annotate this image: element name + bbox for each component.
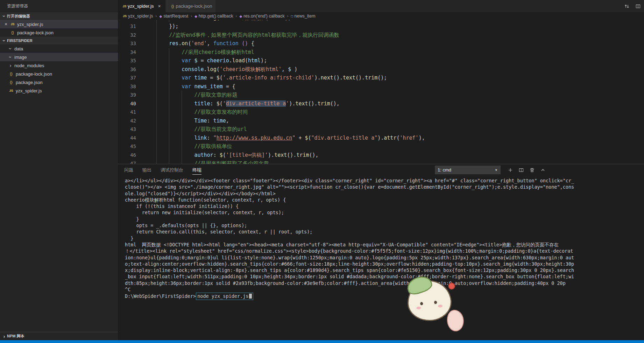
breadcrumb-item[interactable]: ◆startRequest	[160, 14, 189, 19]
sync-arrows-icon[interactable]	[624, 3, 630, 9]
chevron-down-icon: ›	[8, 46, 13, 51]
code-editor[interactable]: 30console.log('html 网页数据', html);31});32…	[118, 20, 644, 164]
line-number: 40	[118, 99, 144, 108]
split-editor-icon[interactable]	[635, 3, 641, 9]
code-line-34: 34//采用cheerio模块解析html	[118, 48, 644, 57]
line-number: 36	[118, 65, 144, 74]
tree-item-node_modules[interactable]: ›node_modules	[0, 61, 118, 70]
indent-guide	[182, 108, 194, 117]
maximize-panel-chevron-icon[interactable]	[540, 167, 546, 173]
terminal-output[interactable]: a></li></ul></div></div></div><footer cl…	[118, 176, 644, 300]
indent-guide	[169, 91, 182, 99]
tree-item-package-lock.json[interactable]: {}package-lock.json	[0, 70, 118, 78]
terminal-line: html 网页数据 <!DOCTYPE html><html lang="en"…	[125, 241, 644, 248]
terminal-line: opts = _.defaults(opts || {}, options);	[125, 222, 644, 229]
json-file-icon: {}	[169, 4, 176, 8]
tree-item-data[interactable]: ›data	[0, 44, 118, 53]
open-editor-item[interactable]: ×JSyzx_spider.js	[0, 20, 118, 28]
section-npm-scripts[interactable]: › NPM 脚本	[0, 332, 118, 340]
code-line-33: 33res.on('end', function () {	[118, 39, 644, 48]
vscode-window: 资源管理器 › 打开的编辑器 ×JSyzx_spider.js{}package…	[0, 0, 644, 343]
terminal-profile-select[interactable]: 1: cmd ▼	[435, 166, 501, 174]
chevron-down-icon: ›	[1, 13, 7, 19]
terminal-line: return new initialize(selector, context,…	[125, 209, 644, 216]
js-file-icon: JS	[121, 5, 128, 8]
breadcrumb-label: res.on('end') callback	[243, 14, 284, 19]
section-open-editors[interactable]: › 打开的编辑器	[0, 12, 118, 20]
code-text: var time = $('.article-info a:first-chil…	[144, 74, 387, 82]
code-text: //获取当前文章的url	[144, 125, 247, 134]
breadcrumb-separator: ›	[156, 14, 157, 19]
section-label: 打开的编辑器	[7, 14, 30, 19]
js-file-icon: JS	[8, 89, 15, 92]
open-editor-item[interactable]: {}package-lock.json	[0, 28, 118, 37]
editor-tab[interactable]: {}package-lock.json	[166, 0, 216, 12]
panel-actions: 1: cmd ▼	[435, 166, 546, 174]
breadcrumb-item[interactable]: □news_item	[291, 14, 316, 19]
breadcrumb-item[interactable]: ◆http.get() callback	[194, 14, 233, 19]
section-label: FIRSTSPIDER	[7, 38, 33, 43]
close-icon[interactable]: ×	[3, 21, 9, 27]
tabs-container: JSyzx_spider.js×{}package-lock.json	[118, 0, 216, 12]
panel-tab-终端[interactable]: 终端	[192, 166, 201, 175]
code-line-41: 41//获取文章发布的时间	[118, 108, 644, 117]
code-text: res.on('end', function () {	[144, 39, 254, 48]
indent-guide	[156, 22, 169, 31]
item-label: package.json	[16, 80, 43, 85]
split-terminal-icon[interactable]	[518, 167, 524, 173]
code-line-42: 42Time: time,	[118, 117, 644, 125]
chevron-right-icon: ›	[1, 334, 7, 339]
indent-guide	[169, 151, 182, 160]
indent-guide	[169, 99, 182, 108]
tree-item-image[interactable]: ›image	[0, 53, 118, 61]
line-number: 44	[118, 134, 144, 142]
terminal-line: close()"></a> <img src="./image/corner_r…	[125, 184, 644, 190]
line-number: 31	[118, 22, 144, 31]
indent-guide	[156, 31, 169, 40]
item-label: package-lock.json	[16, 71, 52, 77]
code-line-40: 40title: $('div.article-title a').text()…	[118, 99, 644, 108]
terminal-prompt-line: D:\WebSpider\FirstSpider>node yzx_spider…	[125, 293, 644, 300]
breadcrumb-item[interactable]: JSyzx_spider.js	[123, 14, 153, 19]
bottom-panel: 问题输出调试控制台终端 1: cmd ▼	[118, 164, 644, 341]
code-line-43: 43//获取当前文章的url	[118, 125, 644, 134]
breadcrumb-separator: ›	[236, 14, 237, 19]
line-number: 38	[118, 82, 144, 91]
indent-guide	[182, 91, 194, 99]
js-file-icon: JS	[123, 14, 127, 18]
panel-tab-问题[interactable]: 问题	[124, 166, 133, 174]
editor-tab[interactable]: JSyzx_spider.js×	[118, 0, 166, 12]
close-icon[interactable]: ×	[156, 4, 162, 9]
code-text: });	[144, 22, 178, 31]
kill-terminal-trash-icon[interactable]	[529, 167, 535, 173]
indent-guide	[156, 82, 169, 91]
code-text: //获取供稿单位	[144, 142, 232, 151]
item-label: data	[14, 46, 23, 51]
code-text: Time: time,	[144, 117, 229, 125]
file-name: yzx_spider.js	[17, 22, 43, 27]
code-text: //获取文章的标题	[144, 91, 238, 99]
panel-tabs: 问题输出调试控制台终端	[124, 166, 211, 175]
new-terminal-icon[interactable]	[507, 167, 514, 173]
indent-guide	[156, 39, 169, 48]
json-file-icon: {}	[8, 80, 15, 84]
panel-header: 问题输出调试控制台终端 1: cmd ▼	[118, 164, 644, 176]
indent-guide	[169, 134, 182, 142]
terminal-profile-value: 1: cmd	[438, 167, 451, 173]
tree-item-yzx_spider.js[interactable]: JSyzx_spider.js	[0, 86, 118, 95]
breadcrumb-item[interactable]: ◆res.on('end') callback	[240, 14, 285, 19]
project-tree: ›data›image›node_modules{}package-lock.j…	[0, 44, 118, 95]
explorer-sidebar: 资源管理器 › 打开的编辑器 ×JSyzx_spider.js{}package…	[0, 0, 118, 340]
indent-guide	[169, 65, 182, 74]
terminal-line: dth:85px;height:36px;border:1px solid #2…	[125, 280, 644, 286]
breadcrumb-label: startRequest	[163, 14, 188, 19]
status-bar[interactable]	[0, 340, 644, 343]
line-number: 46	[118, 151, 144, 160]
section-project[interactable]: › FIRSTSPIDER	[0, 37, 118, 44]
terminal-line: }	[125, 216, 644, 222]
indent-guide	[182, 125, 194, 134]
panel-tab-调试控制台[interactable]: 调试控制台	[161, 166, 183, 174]
tree-item-package.json[interactable]: {}package.json	[0, 78, 118, 86]
panel-tab-输出[interactable]: 输出	[142, 166, 151, 174]
item-label: node_modules	[14, 63, 44, 68]
